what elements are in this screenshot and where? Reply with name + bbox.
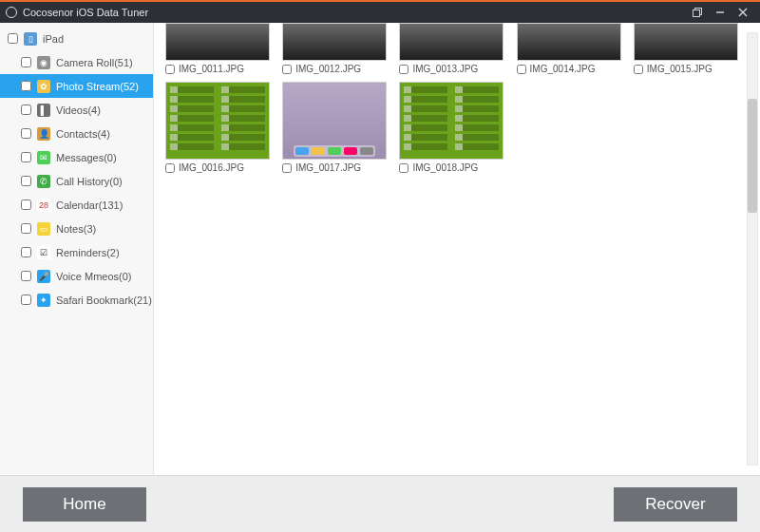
thumbnail-caption: IMG_0011.JPG: [165, 64, 273, 74]
sidebar-item-checkbox[interactable]: [21, 104, 31, 115]
scrollbar-track[interactable]: [747, 32, 758, 466]
sidebar-item[interactable]: 👤Contacts(4): [0, 122, 153, 145]
device-checkbox[interactable]: [8, 33, 18, 44]
sidebar-item-label: Voice Mmeos(0): [56, 271, 131, 282]
sidebar-item[interactable]: ▌Videos(4): [0, 98, 153, 122]
scrollbar-thumb[interactable]: [748, 99, 757, 213]
thumbnail-filename: IMG_0017.JPG: [295, 162, 361, 173]
sidebar-item-label: Contacts(4): [56, 128, 110, 140]
thumbnail-image[interactable]: [517, 23, 621, 61]
sidebar-item-checkbox[interactable]: [21, 271, 31, 281]
thumbnail-checkbox[interactable]: [517, 65, 526, 74]
sidebar-item-checkbox[interactable]: [21, 294, 31, 305]
thumbnail-filename: IMG_0011.JPG: [179, 64, 244, 74]
grid-cell: IMG_0014.JPG: [517, 23, 624, 74]
minimize-icon[interactable]: [709, 4, 732, 21]
thumbnail-filename: IMG_0016.JPG: [179, 162, 244, 173]
thumbnail-caption: IMG_0014.JPG: [517, 64, 624, 74]
sidebar-item[interactable]: 28Calendar(131): [0, 193, 153, 217]
thumbnail-checkbox[interactable]: [282, 163, 292, 173]
footer: Home Recover: [0, 475, 760, 532]
sidebar-item[interactable]: ▭Notes(3): [0, 217, 153, 240]
thumbnail-checkbox[interactable]: [399, 65, 408, 74]
thumbnail-checkbox[interactable]: [399, 163, 408, 173]
thumbnail-caption: IMG_0015.JPG: [634, 64, 741, 74]
sidebar-item-label: Reminders(2): [56, 247, 120, 258]
thumbnail-checkbox[interactable]: [165, 65, 175, 74]
sidebar-item[interactable]: ✆Call History(0): [0, 169, 153, 193]
thumbnail-caption: IMG_0017.JPG: [282, 162, 390, 173]
sidebar-device-row[interactable]: ▯ iPad: [0, 27, 153, 50]
grid-cell: IMG_0012.JPG: [282, 23, 390, 74]
thumbnail-image[interactable]: [634, 23, 738, 61]
grid-cell: IMG_0011.JPG: [165, 23, 273, 74]
close-icon[interactable]: [732, 4, 754, 21]
thumbnail-caption: IMG_0012.JPG: [282, 64, 390, 74]
sidebar-item[interactable]: ✿Photo Stream(52): [0, 74, 153, 98]
sidebar-item[interactable]: ◉Camera Roll(51): [0, 50, 153, 74]
category-icon: ✿: [37, 80, 50, 93]
thumbnail-checkbox[interactable]: [165, 163, 175, 173]
thumbnail-caption: IMG_0016.JPG: [165, 162, 273, 173]
sidebar: ▯ iPad ◉Camera Roll(51)✿Photo Stream(52)…: [0, 23, 154, 475]
sidebar-item-label: Camera Roll(51): [56, 57, 133, 68]
thumbnail-filename: IMG_0012.JPG: [295, 64, 361, 74]
sidebar-item-label: Messages(0): [56, 152, 117, 163]
thumbnail-filename: IMG_0018.JPG: [412, 162, 478, 173]
grid-cell: IMG_0018.JPG: [399, 82, 506, 173]
sidebar-item-label: Notes(3): [56, 223, 96, 235]
thumbnail-checkbox[interactable]: [634, 65, 643, 74]
sidebar-item-checkbox[interactable]: [21, 223, 31, 234]
category-icon: 28: [37, 199, 50, 212]
sidebar-item-checkbox[interactable]: [21, 128, 31, 139]
sidebar-item-label: Calendar(131): [56, 200, 123, 211]
thumbnail-image[interactable]: [165, 23, 270, 61]
category-icon: ✆: [37, 175, 50, 188]
grid-cell: IMG_0015.JPG: [634, 23, 741, 74]
sidebar-item-checkbox[interactable]: [21, 200, 31, 210]
thumbnail-image[interactable]: [399, 82, 504, 160]
sidebar-item-checkbox[interactable]: [21, 81, 31, 91]
sidebar-item-label: Photo Stream(52): [56, 81, 139, 92]
ipad-icon: ▯: [24, 32, 37, 46]
category-icon: 👤: [37, 127, 50, 141]
thumbnail-filename: IMG_0014.JPG: [530, 64, 596, 74]
app-logo-icon: [6, 7, 17, 18]
category-icon: ▭: [37, 222, 50, 236]
category-icon: ☑: [37, 246, 50, 259]
sidebar-item-checkbox[interactable]: [21, 57, 31, 67]
grid-cell: IMG_0013.JPG: [399, 23, 506, 74]
sidebar-item-label: Videos(4): [56, 104, 101, 116]
thumbnail-checkbox[interactable]: [282, 65, 292, 74]
grid-cell: IMG_0017.JPG: [282, 82, 390, 173]
sidebar-item-checkbox[interactable]: [21, 152, 31, 162]
thumbnail-filename: IMG_0013.JPG: [412, 64, 478, 74]
content-area: IMG_0011.JPGIMG_0012.JPGIMG_0013.JPGIMG_…: [154, 23, 760, 475]
sidebar-item-checkbox[interactable]: [21, 176, 31, 186]
sidebar-item[interactable]: ✉Messages(0): [0, 145, 153, 169]
sidebar-item-label: Call History(0): [56, 176, 123, 187]
category-icon: ◉: [37, 56, 50, 69]
thumbnail-image[interactable]: [165, 82, 270, 160]
sidebar-item[interactable]: ✦Safari Bookmark(21): [0, 288, 153, 312]
sidebar-item[interactable]: ☑Reminders(2): [0, 240, 153, 264]
thumbnail-image[interactable]: [282, 23, 387, 61]
grid-cell: IMG_0016.JPG: [165, 82, 273, 173]
thumbnail-image[interactable]: [399, 23, 504, 61]
thumbnail-filename: IMG_0015.JPG: [647, 64, 712, 74]
sidebar-item-checkbox[interactable]: [21, 247, 31, 257]
thumbnail-caption: IMG_0018.JPG: [399, 162, 506, 173]
sidebar-item-label: Safari Bookmark(21): [56, 294, 152, 306]
recover-button[interactable]: Recover: [614, 487, 737, 522]
category-icon: 🎤: [37, 270, 50, 283]
category-icon: ▌: [37, 104, 50, 117]
category-icon: ✉: [37, 151, 50, 164]
thumbnail-caption: IMG_0013.JPG: [399, 64, 506, 74]
svg-rect-1: [694, 10, 700, 17]
category-icon: ✦: [37, 294, 50, 307]
titlebar: Cocosenor iOS Data Tuner: [0, 0, 760, 23]
thumbnail-image[interactable]: [282, 82, 387, 160]
restore-icon[interactable]: [686, 4, 709, 21]
sidebar-item[interactable]: 🎤Voice Mmeos(0): [0, 264, 153, 288]
home-button[interactable]: Home: [23, 487, 146, 522]
